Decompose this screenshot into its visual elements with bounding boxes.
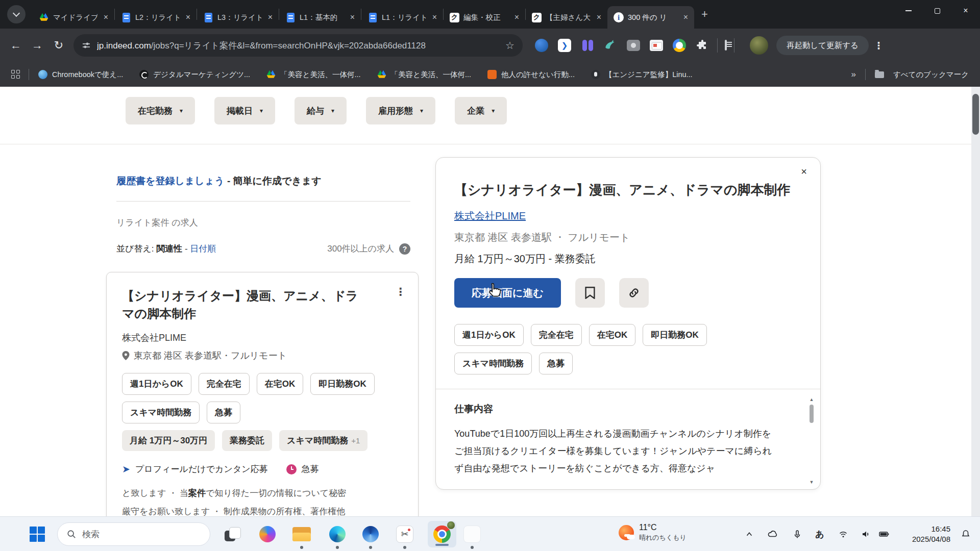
- save-job-button[interactable]: [575, 278, 605, 308]
- close-icon[interactable]: ×: [430, 13, 439, 22]
- detail-actions: 応募画面に進む: [454, 278, 802, 308]
- scrollbar-thumb[interactable]: [810, 405, 814, 423]
- chrome-taskbar-active[interactable]: [428, 521, 456, 547]
- browser-tab-crowdworks-1[interactable]: ク 編集・校正 ×: [444, 7, 525, 28]
- bookmark-label: 他人の許せない行動...: [501, 70, 575, 80]
- bookmark-item[interactable]: 「美容と美活、一体何...: [377, 70, 471, 80]
- extension-code-icon[interactable]: ❯: [557, 38, 572, 53]
- close-icon[interactable]: ×: [184, 13, 192, 22]
- copy-link-button[interactable]: [619, 278, 649, 308]
- bookmark-item[interactable]: 他人の許せない行動...: [487, 70, 575, 80]
- extension-shield-icon[interactable]: [534, 38, 549, 53]
- sort-current: 関連性: [156, 244, 182, 254]
- sort-by-date-link[interactable]: 日付順: [190, 244, 216, 254]
- job-menu-icon[interactable]: ⋮: [395, 286, 406, 298]
- browser-tab-doc-l2[interactable]: L2：リライト ×: [115, 7, 197, 28]
- battery-icon[interactable]: [874, 528, 894, 540]
- tray-mic-icon[interactable]: [787, 528, 807, 540]
- browser-tab-doc-l1a[interactable]: L1：基本的 ×: [279, 7, 361, 28]
- file-explorer-icon[interactable]: [291, 524, 312, 544]
- minimize-button[interactable]: [894, 0, 923, 21]
- bookmark-item[interactable]: Chromebookで使え...: [38, 70, 123, 80]
- filter-employment-type-button[interactable]: 雇用形態 ▾: [366, 97, 435, 124]
- ime-indicator[interactable]: あ: [810, 528, 830, 540]
- job-title[interactable]: 【シナリオライター】漫画、アニメ、ドラマの脚本制作: [122, 287, 362, 322]
- start-button[interactable]: [30, 527, 45, 542]
- notification-bell-icon[interactable]: [961, 529, 971, 539]
- filter-company-button[interactable]: 企業 ▾: [455, 97, 507, 124]
- tray-chevron-up-icon[interactable]: [739, 528, 760, 540]
- close-icon[interactable]: ×: [348, 13, 357, 22]
- bookmark-star-icon[interactable]: ☆: [505, 39, 514, 52]
- task-view-icon[interactable]: [223, 524, 243, 544]
- extensions-puzzle-icon[interactable]: [695, 38, 710, 53]
- profile-avatar[interactable]: [750, 36, 768, 55]
- help-icon[interactable]: ?: [399, 243, 410, 255]
- detail-company-link[interactable]: 株式会社PLIME: [454, 209, 526, 223]
- resume-register-link[interactable]: 履歴書を登録しましょう: [116, 176, 225, 186]
- page-scrollbar-thumb[interactable]: [972, 94, 979, 135]
- browser-tab-doc-l3[interactable]: L3：リライト ×: [197, 7, 279, 28]
- job-tag: 即日勤務OK: [310, 373, 375, 395]
- address-bar[interactable]: jp.indeed.com/jobs?q=リライト案件&l=&from=sear…: [74, 34, 523, 57]
- close-icon[interactable]: ×: [595, 13, 603, 22]
- urgent-clock-icon: [286, 464, 297, 474]
- filter-salary-button[interactable]: 給与 ▾: [295, 97, 347, 124]
- chrome-profile-badge: [447, 521, 455, 530]
- clock[interactable]: 16:45 2025/04/08: [912, 524, 950, 544]
- detail-scrollbar[interactable]: ▲ ▼: [808, 396, 815, 485]
- browser-tab-indeed-active[interactable]: i 300 件の リ ×: [607, 6, 694, 29]
- extension-dolphin-icon[interactable]: [603, 38, 618, 53]
- browser-menu-icon[interactable]: ⋮: [869, 40, 892, 52]
- page-scrollbar[interactable]: [971, 87, 980, 516]
- extension-assistant-icon[interactable]: [580, 38, 595, 53]
- maximize-icon: [935, 8, 940, 14]
- forward-button[interactable]: →: [27, 39, 48, 52]
- browser-swirl-icon[interactable]: [360, 524, 381, 544]
- site-settings-icon[interactable]: [82, 41, 91, 50]
- job-description-text: YouTubeで1日100万回以上再生される漫画動画チャンネルのシナリオ制作をご…: [454, 425, 776, 477]
- browser-tab-drive[interactable]: マイドライブ ×: [33, 7, 114, 28]
- side-panel-icon[interactable]: [725, 41, 727, 50]
- copilot-icon[interactable]: [257, 524, 278, 544]
- close-icon[interactable]: ×: [512, 13, 521, 22]
- taskbar-app-icon[interactable]: [462, 524, 482, 544]
- scroll-up-icon[interactable]: ▲: [810, 396, 814, 403]
- filter-date-posted-button[interactable]: 掲載日 ▾: [214, 97, 275, 124]
- taskbar-search-input[interactable]: 検索: [57, 522, 210, 546]
- filter-remote-button[interactable]: 在宅勤務 ▾: [126, 97, 195, 124]
- browser-tab-crowdworks-2[interactable]: ク 【主婦さん大 ×: [526, 7, 607, 28]
- back-button[interactable]: ←: [5, 39, 27, 52]
- bookmark-item[interactable]: デジタルマーケティングツ...: [139, 70, 250, 80]
- reload-button[interactable]: ↻: [48, 39, 69, 52]
- bookmark-item[interactable]: 【エンジニア監修】Linu...: [591, 70, 693, 80]
- new-tab-button[interactable]: +: [694, 8, 715, 21]
- wifi-icon[interactable]: [833, 528, 853, 540]
- edge-icon[interactable]: [327, 524, 348, 544]
- apply-button[interactable]: 応募画面に進む: [454, 278, 561, 308]
- extension-files-icon[interactable]: [649, 38, 664, 53]
- close-icon[interactable]: ×: [266, 13, 275, 22]
- tray-cloud-icon[interactable]: [763, 528, 783, 540]
- volume-icon[interactable]: [855, 528, 876, 540]
- snipping-tool-icon[interactable]: ✂: [395, 524, 415, 544]
- weather-widget[interactable]: 11°C 晴れのちくもり: [619, 523, 687, 542]
- relaunch-update-button[interactable]: 再起動して更新する: [776, 36, 869, 55]
- close-icon[interactable]: ×: [681, 13, 690, 22]
- all-bookmarks-button[interactable]: すべてのブックマーク: [875, 70, 969, 80]
- job-card[interactable]: 【シナリオライター】漫画、アニメ、ドラマの脚本制作 ⋮ 株式会社PLIME 東京…: [106, 272, 419, 516]
- bookmark-item[interactable]: 「美容と美活、一体何...: [266, 70, 360, 80]
- browser-tab-doc-l1b[interactable]: L1：リライト ×: [361, 7, 443, 28]
- close-window-button[interactable]: ×: [951, 0, 980, 21]
- tab-search-button[interactable]: [7, 5, 26, 23]
- maximize-button[interactable]: [923, 0, 951, 21]
- google-docs-favicon: [368, 12, 378, 22]
- apps-grid-icon[interactable]: [11, 70, 20, 79]
- close-detail-icon[interactable]: ×: [801, 166, 807, 178]
- scroll-down-icon[interactable]: ▼: [810, 479, 814, 485]
- close-icon[interactable]: ×: [102, 13, 110, 22]
- url-text[interactable]: jp.indeed.com/jobs?q=リライト案件&l=&from=sear…: [97, 40, 499, 52]
- extension-pencil-icon[interactable]: [672, 38, 687, 53]
- bookmarks-overflow-icon[interactable]: »: [851, 69, 855, 80]
- extension-camera-icon[interactable]: [626, 38, 641, 53]
